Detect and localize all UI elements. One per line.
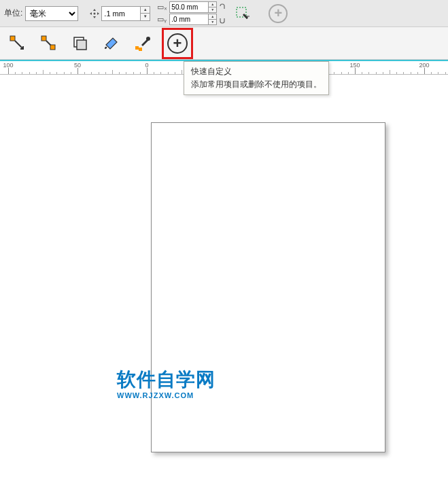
tooltip-title: 快速自定义 [191, 66, 322, 77]
dup-x-icon: ▭ₓ [157, 3, 169, 12]
svg-rect-10 [139, 48, 142, 51]
property-bar: 单位: 毫米 ▲▼ ▭ₓ ▲▼ ▭ᵧ ▲▼ + [0, 0, 448, 27]
unit-select[interactable]: 毫米 [25, 6, 78, 21]
nudge-icon [88, 7, 101, 20]
fill-tool[interactable] [99, 31, 124, 56]
unit-label: 单位: [4, 7, 22, 19]
toolbar-secondary: + [0, 27, 448, 60]
duplicate-distance-group: ▭ₓ ▲▼ ▭ᵧ ▲▼ [157, 1, 217, 26]
svg-rect-8 [77, 40, 86, 50]
tooltip: 快速自定义 添加常用项目或删除不使用的项目。 [184, 61, 329, 95]
highlighted-button: + [162, 28, 193, 59]
svg-line-3 [15, 41, 23, 49]
page-rect [151, 122, 385, 452]
dup-x-spinner[interactable]: ▲▼ [209, 1, 217, 13]
quick-customize-button[interactable]: + [165, 31, 190, 56]
snap-tool-1[interactable] [5, 31, 30, 56]
quick-customize-plus-top[interactable]: + [269, 4, 288, 23]
svg-rect-4 [41, 36, 46, 41]
lock-icon[interactable] [218, 2, 226, 25]
dup-y-spinner[interactable]: ▲▼ [209, 14, 217, 25]
dup-x-input[interactable] [169, 1, 209, 13]
snap-tool-2[interactable] [37, 31, 61, 56]
outline-tool[interactable] [68, 31, 92, 56]
tooltip-desc: 添加常用项目或删除不使用的项目。 [191, 79, 322, 90]
dup-y-icon: ▭ᵧ [157, 15, 169, 24]
nudge-input[interactable] [101, 6, 141, 21]
svg-rect-2 [10, 36, 15, 41]
canvas[interactable]: 软件自学网 WWW.RJZXW.COM [0, 75, 448, 483]
svg-rect-9 [135, 46, 139, 50]
svg-rect-6 [50, 45, 55, 50]
nudge-spinner[interactable]: ▲▼ [141, 6, 150, 21]
svg-point-11 [146, 37, 150, 41]
plus-icon: + [167, 33, 188, 54]
svg-point-0 [94, 12, 96, 14]
dup-y-input[interactable] [169, 14, 209, 25]
eyedropper-tool[interactable] [131, 31, 155, 56]
treat-as-filled-button[interactable] [233, 4, 252, 23]
